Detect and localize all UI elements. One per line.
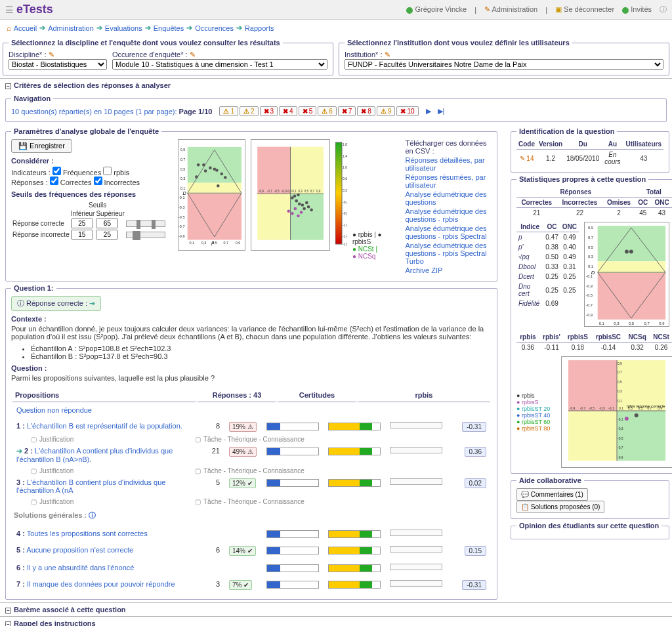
page-pill-2[interactable]: ⚠ 2 [240, 106, 259, 116]
ri-inf-input[interactable] [71, 230, 93, 240]
svg-text:-0,3: -0,3 [282, 190, 287, 193]
page-pill-1[interactable]: ⚠ 1 [219, 106, 238, 116]
svg-text:1,8: 1,8 [343, 142, 347, 146]
last-icon[interactable]: ▶| [438, 107, 445, 115]
freq-checkbox[interactable] [52, 167, 61, 175]
comments-button[interactable]: 💬 Commentaires (1) [516, 488, 588, 501]
question-text: Pour un échantillon donné, je peux toujo… [11, 325, 492, 341]
crumb-2[interactable]: Evaluations [105, 24, 142, 32]
mini-chart-diamond: 0,90,70,50,30,1-0,1-0,3-0,5-0,7-0,9 0,10… [584, 222, 669, 327]
svg-point-51 [297, 215, 300, 218]
svg-text:-0,1: -0,1 [608, 407, 614, 410]
crumb-0[interactable]: Accueil [14, 24, 37, 32]
rc-inf-input[interactable] [71, 219, 93, 228]
edit-icon[interactable]: ✎ [190, 51, 196, 58]
dl-4[interactable]: Analyse édumétrique des questions - rpbi… [405, 224, 492, 240]
svg-point-104 [625, 417, 629, 421]
rappel-toggle[interactable]: −Rappel des instructions [0, 616, 672, 626]
page-pill-6[interactable]: ⚠ 6 [318, 106, 337, 116]
criteria-toggle[interactable]: −Critères de sélection des réponses à an… [0, 78, 672, 92]
admin-link[interactable]: ✎ Administration [484, 5, 537, 14]
svg-point-6 [197, 163, 200, 167]
correct-checkbox[interactable] [50, 177, 58, 185]
page-pill-7[interactable]: ✖ 7 [338, 106, 356, 116]
svg-text:0,5: 0,5 [629, 322, 635, 325]
institution-select[interactable]: FUNDP - Facultés Universitaires Notre Da… [345, 59, 663, 70]
page-pill-3[interactable]: ✖ 3 [260, 106, 278, 116]
svg-point-8 [204, 169, 207, 173]
edit-icon[interactable]: ✎ [49, 51, 54, 58]
rc-sup-input[interactable] [96, 219, 118, 228]
svg-rect-33 [290, 147, 323, 194]
home-icon[interactable]: ⌂ [7, 24, 11, 32]
save-button[interactable]: 💾 Enregistrer [11, 139, 72, 153]
svg-text:0,9: 0,9 [659, 322, 664, 325]
next-icon[interactable]: ▶ [426, 107, 431, 115]
svg-text:0,1: 0,1 [190, 241, 195, 245]
svg-text:-0,9: -0,9 [586, 313, 593, 317]
svg-text:0,1: 0,1 [599, 322, 604, 325]
svg-point-14 [224, 176, 227, 179]
svg-text:0,9: 0,9 [618, 362, 622, 365]
dl-2[interactable]: Analyse édumétrique des questions [405, 190, 492, 206]
page-pill-9[interactable]: ⚠ 9 [377, 106, 396, 116]
svg-text:-0,9: -0,9 [259, 190, 264, 193]
nav-summary: 10 question(s) répartie(s) en 10 pages (… [11, 108, 212, 115]
svg-text:-0,2: -0,2 [343, 200, 347, 204]
index-row: Dbool0.330.31 [516, 262, 579, 272]
discipline-select[interactable]: Biostat - Biostatistiques [9, 59, 107, 70]
dl-6[interactable]: Archive ZIP [405, 266, 492, 274]
dl-0[interactable]: Réponses détaillées, par utilisateur [405, 156, 492, 172]
svg-text:-0,5: -0,5 [586, 293, 593, 297]
dl-3[interactable]: Analyse édumétrique des questions - rpbi… [405, 207, 492, 223]
svg-text:D: D [591, 270, 595, 276]
crumb-3[interactable]: Enquêtes [154, 24, 184, 32]
svg-text:0,3: 0,3 [618, 390, 622, 393]
page-pill-8[interactable]: ✖ 8 [357, 106, 375, 116]
dl-5[interactable]: Analyse édumétrique des questions - rpbi… [405, 241, 492, 265]
crumb-1[interactable]: Administration [48, 24, 94, 32]
svg-text:-0,3: -0,3 [178, 205, 184, 209]
svg-point-46 [307, 205, 310, 209]
selectors-right-legend: Sélectionnez l'institution dont vous vou… [345, 39, 572, 47]
page-pill-5[interactable]: ✖ 5 [299, 106, 317, 116]
svg-rect-76 [598, 273, 665, 320]
svg-text:rpbis réponse correcte: rpbis réponse correcte [627, 404, 665, 408]
index-row: p0.470.49 [516, 232, 579, 243]
proposition-row: 7 : Il manque des données pour pouvoir r… [11, 576, 492, 594]
page-pill-4[interactable]: ✖ 4 [279, 106, 297, 116]
bullet-2: Échantillon B : S²pop=137.8 et S²ech=90.… [31, 352, 492, 360]
crumb-4[interactable]: Occurences [195, 24, 234, 32]
unanswered-link[interactable]: Question non répondue [16, 406, 92, 414]
svg-point-42 [298, 202, 301, 205]
index-row: Dcert0.250.25 [516, 272, 579, 282]
info-icon[interactable]: ⓘ [660, 5, 667, 14]
ri-sup-input[interactable] [96, 230, 118, 240]
question-legend: Question 1: [11, 284, 56, 292]
bareme-toggle[interactable]: −Barème associé à cette question [0, 602, 672, 616]
page-pill-10[interactable]: ✖ 10 [396, 106, 418, 116]
svg-point-9 [209, 167, 212, 170]
dl-1[interactable]: Réponses résumées, par utilisateur [405, 173, 492, 189]
edit-icon[interactable]: ✎ [385, 51, 390, 58]
svg-text:0,3: 0,3 [614, 322, 620, 325]
rpbis-checkbox[interactable] [103, 167, 112, 175]
svg-rect-2 [188, 194, 242, 240]
svg-text:1,4: 1,4 [343, 154, 347, 158]
menu-icon[interactable]: ☰ [5, 5, 14, 15]
solutions-button[interactable]: 📋 Solutions proposées (0) [516, 501, 604, 513]
svg-text:-0,1: -0,1 [287, 190, 292, 193]
svg-text:0,1: 0,1 [292, 190, 297, 193]
rc-slider[interactable] [126, 220, 165, 227]
svg-point-39 [293, 195, 296, 198]
incorrect-checkbox[interactable] [94, 177, 102, 185]
thresholds-title: Seuils des fréquences des réponses [11, 190, 171, 198]
svg-rect-97 [568, 360, 617, 411]
collab-legend: Aide collaborative [516, 476, 584, 484]
svg-text:0,7: 0,7 [644, 322, 650, 325]
svg-rect-75 [598, 261, 665, 273]
logout-link[interactable]: ▣ Se déconnecter [555, 5, 614, 14]
ri-slider[interactable] [126, 232, 165, 238]
occurrence-select[interactable]: Module 10 - Statistiques à une dimension… [112, 59, 327, 70]
crumb-5[interactable]: Rapports [245, 24, 274, 32]
